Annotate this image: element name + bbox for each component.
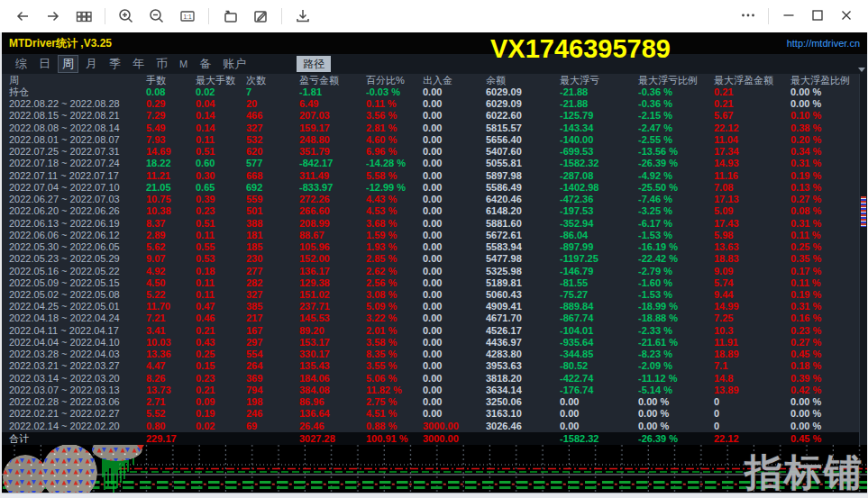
total-cell-9: -26.39 % (631, 432, 707, 445)
minimize-button[interactable] (774, 4, 803, 29)
forward-button[interactable] (38, 4, 69, 29)
column-header-7[interactable]: 余额 (479, 74, 553, 86)
table-total-row[interactable]: 合计229.173027.28100.91 %3000.00-1582.32-2… (2, 432, 867, 445)
cell-10: 5.09 (707, 205, 783, 217)
column-header-5[interactable]: 百分比% (359, 74, 416, 86)
cell-5: 8.35 % (359, 349, 416, 360)
table-row[interactable]: 2022.03.21 ~ 2022.03.274.470.15264135.43… (2, 360, 867, 372)
table-row[interactable]: 2022.05.30 ~ 2022.06.055.620.55185105.96… (2, 241, 867, 253)
table-row[interactable]: 2022.05.16 ~ 2022.05.224.920.18277136.17… (2, 266, 867, 277)
table-row[interactable]: 2022.07.04 ~ 2022.07.1021.050.65692-833.… (2, 182, 867, 194)
column-header-9[interactable]: 最大浮亏比例 (631, 74, 707, 86)
column-header-10[interactable]: 最大浮盈金额 (707, 74, 783, 86)
menu-item-账户[interactable]: 账户 (218, 56, 251, 72)
cell-11: 0.42 % (783, 385, 867, 396)
table-row[interactable]: 2022.07.25 ~ 2022.07.3114.690.51620351.7… (2, 146, 867, 158)
table-row[interactable]: 2022.04.11 ~ 2022.04.173.410.2116789.202… (2, 325, 867, 337)
menu-item-月[interactable]: 月 (81, 56, 102, 72)
menu-item-M[interactable]: M (175, 56, 192, 72)
column-header-11[interactable]: 最大浮盈比例 (783, 74, 867, 86)
cell-6: 0.00 (416, 146, 479, 158)
column-header-2[interactable]: 最大手数 (188, 74, 239, 86)
close-button[interactable] (832, 4, 861, 29)
cell-0: 2022.02.21 ~ 2022.02.27 (2, 408, 139, 420)
scroll-up-arrow-icon[interactable] (858, 68, 865, 72)
cell-9: -8.23 % (631, 349, 707, 360)
table-row[interactable]: 2022.07.18 ~ 2022.07.2418.220.60577-842.… (2, 158, 867, 169)
total-cell-5: 100.91 % (359, 432, 416, 445)
cell-0: 2022.07.11 ~ 2022.07.17 (2, 170, 139, 182)
table-row[interactable]: 2022.05.09 ~ 2022.05.154.500.11282129.38… (2, 277, 867, 289)
zoom-in-button[interactable] (111, 4, 142, 29)
menu-item-备[interactable]: 备 (195, 56, 215, 72)
table-row[interactable]: 2022.08.15 ~ 2022.08.217.290.14466207.03… (2, 110, 867, 122)
table-row[interactable]: 2022.08.01 ~ 2022.08.077.930.11532248.80… (2, 134, 867, 146)
site-link[interactable]: http://mtdriver.cn (787, 38, 860, 49)
cell-8: -104.01 (553, 325, 631, 337)
window-capture-button[interactable] (215, 4, 245, 29)
cell-6: 0.00 (416, 277, 479, 289)
table-row[interactable]: 2022.06.13 ~ 2022.06.198.370.51388208.99… (2, 218, 867, 230)
vertical-scrollbar[interactable] (859, 74, 867, 445)
table-row[interactable]: 2022.04.18 ~ 2022.04.247.210.46217145.53… (2, 312, 867, 324)
table-row[interactable]: 2022.02.28 ~ 2022.03.062.710.0919886.962… (2, 396, 867, 408)
download-button[interactable] (288, 4, 318, 29)
cell-8: -1402.98 (553, 182, 631, 194)
column-header-0[interactable]: 周 (2, 74, 139, 86)
apps-grid-button[interactable] (69, 4, 99, 29)
table-row[interactable]: 2022.02.14 ~ 2022.02.200.800.026926.460.… (2, 421, 867, 432)
maximize-button[interactable] (803, 4, 832, 29)
column-header-3[interactable]: 次数 (239, 74, 292, 86)
column-header-4[interactable]: 盈亏金额 (292, 74, 359, 86)
table-row[interactable]: 2022.04.25 ~ 2022.05.0111.700.47385237.7… (2, 301, 867, 312)
menu-item-综[interactable]: 综 (11, 56, 32, 72)
cell-7: 5477.98 (479, 253, 553, 265)
cell-5: 3.08 % (359, 289, 416, 301)
cell-3: 668 (239, 170, 292, 182)
table-row[interactable]: 2022.03.07 ~ 2022.03.1313.730.21794384.0… (2, 385, 867, 396)
table-row[interactable]: 2022.07.11 ~ 2022.07.1711.210.30668311.4… (2, 170, 867, 182)
table-row[interactable]: 2022.06.27 ~ 2022.07.0310.750.39559272.2… (2, 194, 867, 205)
cell-1: 11.21 (139, 170, 188, 182)
back-button[interactable] (7, 4, 38, 29)
edit-button[interactable] (245, 4, 276, 29)
total-cell-0: 合计 (2, 432, 139, 445)
table-row[interactable]: 2022.03.28 ~ 2022.04.0313.360.25554330.1… (2, 349, 867, 360)
cell-4: 88.67 (292, 230, 359, 241)
table-row[interactable]: 2022.06.20 ~ 2022.06.2610.380.23501266.6… (2, 205, 867, 217)
cell-10: 0 (707, 408, 783, 420)
cell-4: 26.46 (292, 421, 359, 432)
table-row[interactable]: 2022.05.02 ~ 2022.05.085.220.11327151.02… (2, 289, 867, 301)
menu-item-日[interactable]: 日 (34, 56, 55, 72)
cell-2: 0.11 (188, 134, 239, 146)
cell-10: 14.8 (707, 373, 783, 385)
cell-11: 0.39 % (783, 373, 867, 385)
column-header-8[interactable]: 最大浮亏 (553, 74, 631, 86)
cell-2: 0.46 (188, 312, 239, 324)
path-button[interactable]: 路径 (297, 56, 331, 72)
zoom-in-icon (117, 7, 135, 25)
zoom-out-button[interactable] (142, 4, 172, 29)
table-row[interactable]: 2022.08.08 ~ 2022.08.145.490.14327159.17… (2, 122, 867, 134)
menu-item-年[interactable]: 年 (128, 56, 149, 72)
more-button[interactable] (734, 4, 763, 29)
holding-row[interactable]: 持仓0.080.027-1.81-0.03 %0.006029.09-21.88… (2, 86, 867, 98)
table-row[interactable]: 2022.06.06 ~ 2022.06.122.890.1118188.671… (2, 230, 867, 241)
column-header-1[interactable]: 手数 (139, 74, 188, 86)
actual-size-button[interactable]: 1:1 (172, 4, 203, 29)
cell-5: 2.81 % (359, 122, 416, 134)
menu-item-周[interactable]: 周 (58, 55, 78, 73)
table-row[interactable]: 2022.03.14 ~ 2022.03.208.260.23369184.06… (2, 373, 867, 385)
scrollbar-thumb[interactable] (861, 196, 866, 227)
table-row[interactable]: 2022.02.21 ~ 2022.02.275.520.19246136.64… (2, 408, 867, 420)
menu-item-季[interactable]: 季 (105, 56, 125, 72)
table-row[interactable]: 2022.05.23 ~ 2022.05.299.070.53230152.00… (2, 253, 867, 265)
menu-item-币[interactable]: 币 (151, 56, 172, 72)
table-row[interactable]: 2022.04.04 ~ 2022.04.1010.030.43297153.1… (2, 337, 867, 349)
cell-1: 21.05 (139, 182, 188, 194)
column-header-6[interactable]: 出入金 (416, 74, 479, 86)
table-row[interactable]: 2022.08.22 ~ 2022.08.280.290.04206.490.1… (2, 98, 867, 110)
cell-11: 0.00 % (783, 396, 867, 408)
cell-11: 0.11 % (783, 277, 867, 289)
cell-3: 369 (239, 373, 292, 385)
